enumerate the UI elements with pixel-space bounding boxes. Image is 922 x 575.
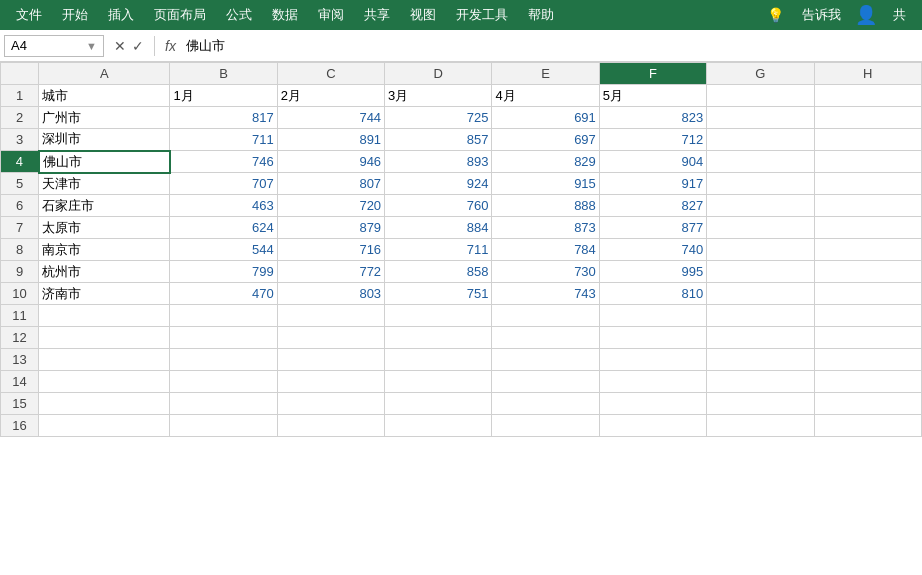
cell[interactable]: 南京市 <box>39 239 170 261</box>
col-header-g[interactable]: G <box>707 63 814 85</box>
menu-help[interactable]: 帮助 <box>518 2 564 28</box>
cell[interactable] <box>170 371 277 393</box>
cell[interactable]: 707 <box>170 173 277 195</box>
col-header-f[interactable]: F <box>599 63 706 85</box>
row-header-16[interactable]: 16 <box>1 415 39 437</box>
cell[interactable]: 946 <box>277 151 384 173</box>
cell[interactable] <box>385 305 492 327</box>
row-header-8[interactable]: 8 <box>1 239 39 261</box>
cell[interactable] <box>599 305 706 327</box>
cell[interactable] <box>707 195 814 217</box>
row-header-4[interactable]: 4 <box>1 151 39 173</box>
cell[interactable] <box>39 371 170 393</box>
cell[interactable]: 803 <box>277 283 384 305</box>
cell[interactable] <box>814 393 921 415</box>
cell[interactable] <box>385 393 492 415</box>
cell[interactable] <box>170 327 277 349</box>
cell[interactable] <box>492 393 599 415</box>
cell[interactable]: 784 <box>492 239 599 261</box>
cell[interactable] <box>170 415 277 437</box>
row-header-2[interactable]: 2 <box>1 107 39 129</box>
cell-reference-box[interactable]: A4 ▼ <box>4 35 104 57</box>
cell[interactable] <box>277 415 384 437</box>
cell[interactable] <box>814 107 921 129</box>
cell[interactable]: 711 <box>170 129 277 151</box>
cell-ref-dropdown-icon[interactable]: ▼ <box>86 40 97 52</box>
menu-share[interactable]: 共享 <box>354 2 400 28</box>
cell[interactable]: 924 <box>385 173 492 195</box>
menu-tell-me[interactable]: 告诉我 <box>792 2 851 28</box>
cell[interactable]: 904 <box>599 151 706 173</box>
cell[interactable]: 广州市 <box>39 107 170 129</box>
cell[interactable]: 太原市 <box>39 217 170 239</box>
cell[interactable] <box>492 349 599 371</box>
cell[interactable]: 3月 <box>385 85 492 107</box>
cell[interactable] <box>277 393 384 415</box>
cell[interactable]: 744 <box>277 107 384 129</box>
cell[interactable] <box>492 415 599 437</box>
cell[interactable]: 691 <box>492 107 599 129</box>
menu-file[interactable]: 文件 <box>6 2 52 28</box>
cell[interactable] <box>707 349 814 371</box>
cell[interactable]: 石家庄市 <box>39 195 170 217</box>
cell[interactable] <box>814 415 921 437</box>
menu-formula[interactable]: 公式 <box>216 2 262 28</box>
cell[interactable] <box>599 415 706 437</box>
row-header-14[interactable]: 14 <box>1 371 39 393</box>
cell[interactable]: 4月 <box>492 85 599 107</box>
cell[interactable]: 873 <box>492 217 599 239</box>
menu-insert[interactable]: 插入 <box>98 2 144 28</box>
row-header-7[interactable]: 7 <box>1 217 39 239</box>
cell[interactable] <box>707 327 814 349</box>
cell[interactable]: 深圳市 <box>39 129 170 151</box>
menu-home[interactable]: 开始 <box>52 2 98 28</box>
cell[interactable]: 823 <box>599 107 706 129</box>
cell[interactable]: 697 <box>492 129 599 151</box>
row-header-15[interactable]: 15 <box>1 393 39 415</box>
cell[interactable] <box>707 305 814 327</box>
formula-input[interactable] <box>182 38 918 53</box>
menu-page-layout[interactable]: 页面布局 <box>144 2 216 28</box>
grid-wrapper[interactable]: A B C D E F G H 1城市1月2月3月4月5月2广州市8177447… <box>0 62 922 575</box>
cell[interactable] <box>492 305 599 327</box>
cell[interactable]: 810 <box>599 283 706 305</box>
cell[interactable]: 893 <box>385 151 492 173</box>
col-header-a[interactable]: A <box>39 63 170 85</box>
cell[interactable] <box>814 327 921 349</box>
cell[interactable]: 827 <box>599 195 706 217</box>
confirm-icon[interactable]: ✓ <box>132 38 144 54</box>
cell[interactable] <box>385 349 492 371</box>
cell[interactable]: 463 <box>170 195 277 217</box>
menu-review[interactable]: 审阅 <box>308 2 354 28</box>
menu-data[interactable]: 数据 <box>262 2 308 28</box>
cell[interactable]: 720 <box>277 195 384 217</box>
cell[interactable]: 624 <box>170 217 277 239</box>
cell[interactable] <box>814 283 921 305</box>
cell[interactable]: 746 <box>170 151 277 173</box>
cell[interactable] <box>814 85 921 107</box>
cell[interactable]: 888 <box>492 195 599 217</box>
cell[interactable]: 772 <box>277 261 384 283</box>
col-header-d[interactable]: D <box>385 63 492 85</box>
cell[interactable]: 济南市 <box>39 283 170 305</box>
cell[interactable] <box>277 305 384 327</box>
cell[interactable] <box>170 305 277 327</box>
cell[interactable]: 891 <box>277 129 384 151</box>
cell[interactable] <box>385 327 492 349</box>
cell[interactable] <box>707 261 814 283</box>
col-header-h[interactable]: H <box>814 63 921 85</box>
cell[interactable] <box>277 371 384 393</box>
cell[interactable] <box>170 393 277 415</box>
cell[interactable] <box>385 371 492 393</box>
cell[interactable]: 995 <box>599 261 706 283</box>
row-header-6[interactable]: 6 <box>1 195 39 217</box>
cell[interactable] <box>707 129 814 151</box>
row-header-1[interactable]: 1 <box>1 85 39 107</box>
cell[interactable]: 857 <box>385 129 492 151</box>
cell[interactable] <box>599 393 706 415</box>
cell[interactable]: 470 <box>170 283 277 305</box>
cell[interactable] <box>385 415 492 437</box>
cell[interactable]: 743 <box>492 283 599 305</box>
menu-share-right[interactable]: 共 <box>883 2 916 28</box>
cell[interactable] <box>39 415 170 437</box>
